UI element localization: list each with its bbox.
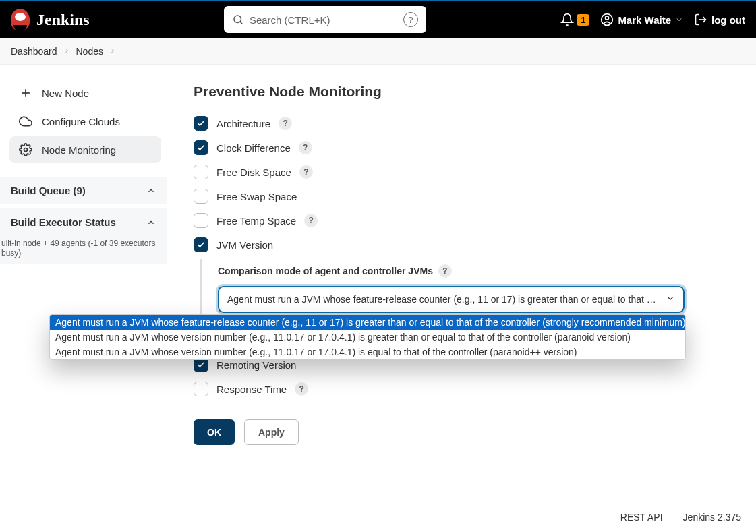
notifications[interactable]: 1 <box>560 13 589 26</box>
monitor-label: Free Disk Space <box>216 167 291 178</box>
user-icon <box>600 13 614 26</box>
help-icon[interactable]: ? <box>279 117 292 130</box>
monitor-free-temp: Free Temp Space ? <box>194 213 732 228</box>
svg-point-0 <box>234 16 241 23</box>
gear-icon <box>19 143 32 156</box>
logout-label: log out <box>711 14 745 26</box>
app-header: Jenkins ? 1 Mark Waite log out <box>0 0 756 38</box>
jvm-option-1[interactable]: Agent must run a JVM whose version numbe… <box>50 330 685 345</box>
sidebar: New Node Configure Clouds Node Monitorin… <box>0 65 172 445</box>
brand[interactable]: Jenkins <box>11 9 90 30</box>
search-area: ? <box>98 6 552 33</box>
jvm-select-wrap: Agent must run a JVM whose feature-relea… <box>218 286 732 313</box>
monitor-list: Architecture ? Clock Difference ? Free D… <box>194 116 732 396</box>
page-title: Preventive Node Monitoring <box>194 84 732 100</box>
sidebar-item-label: New Node <box>42 88 89 99</box>
monitor-architecture: Architecture ? <box>194 116 732 131</box>
svg-point-7 <box>24 148 28 152</box>
sidebar-item-node-monitoring[interactable]: Node Monitoring <box>9 136 161 163</box>
monitor-label: JVM Version <box>216 239 273 251</box>
checkbox-free-disk[interactable] <box>194 165 208 179</box>
user-name: Mark Waite <box>618 14 671 26</box>
checkbox-free-swap[interactable] <box>194 189 208 204</box>
bell-icon <box>560 13 574 26</box>
svg-point-3 <box>606 16 609 20</box>
jvm-sublabel-row: Comparison mode of agent and controller … <box>218 264 732 278</box>
ok-button[interactable]: OK <box>194 419 235 445</box>
chevron-up-icon <box>146 186 156 196</box>
search-input[interactable] <box>250 14 398 26</box>
checkbox-free-temp[interactable] <box>194 213 208 228</box>
chevron-up-icon <box>146 218 156 227</box>
user-menu[interactable]: Mark Waite <box>600 13 683 26</box>
breadcrumb: Dashboard Nodes <box>0 38 756 65</box>
header-right: 1 Mark Waite log out <box>560 13 745 26</box>
build-queue-toggle[interactable]: Build Queue (9) <box>0 177 167 204</box>
svg-line-1 <box>240 22 242 24</box>
jenkins-logo-icon <box>11 9 30 30</box>
cloud-icon <box>19 115 32 128</box>
jvm-dropdown: Agent must run a JVM whose feature-relea… <box>49 314 686 360</box>
main-content: Preventive Node Monitoring Architecture … <box>172 65 756 445</box>
layout: New Node Configure Clouds Node Monitorin… <box>0 65 756 445</box>
logout-icon <box>694 13 707 26</box>
monitor-label: Clock Difference <box>216 142 291 154</box>
brand-name: Jenkins <box>36 11 90 29</box>
jvm-options-block: Comparison mode of agent and controller … <box>200 259 732 318</box>
crumb-dashboard[interactable]: Dashboard <box>11 46 57 57</box>
sidebar-item-label: Configure Clouds <box>42 116 120 127</box>
checkbox-architecture[interactable] <box>194 116 208 131</box>
jvm-select-value: Agent must run a JVM whose feature-relea… <box>227 294 685 305</box>
chevron-right-icon <box>109 46 117 57</box>
executor-status-label: Build Executor Status <box>11 216 116 228</box>
crumb-nodes[interactable]: Nodes <box>76 46 103 57</box>
help-icon[interactable]: ? <box>299 141 312 154</box>
notification-badge: 1 <box>577 14 589 26</box>
chevron-right-icon <box>63 46 71 57</box>
jvm-option-0[interactable]: Agent must run a JVM whose feature-relea… <box>50 315 685 330</box>
apply-button[interactable]: Apply <box>244 419 299 445</box>
sidebar-item-new-node[interactable]: New Node <box>9 80 161 107</box>
monitor-label: Remoting Version <box>216 359 296 371</box>
executor-status-panel: Build Executor Status uilt-in node + 49 … <box>0 208 167 264</box>
sidebar-item-configure-clouds[interactable]: Configure Clouds <box>9 108 161 135</box>
monitor-free-swap: Free Swap Space <box>194 189 732 204</box>
monitor-response: Response Time ? <box>194 382 732 396</box>
search-box[interactable]: ? <box>224 6 426 33</box>
monitor-label: Response Time <box>216 384 287 395</box>
chevron-down-icon <box>675 16 683 24</box>
jvm-sublabel: Comparison mode of agent and controller … <box>218 266 433 276</box>
help-icon[interactable]: ? <box>403 12 418 27</box>
form-buttons: OK Apply <box>194 419 732 445</box>
checkbox-response[interactable] <box>194 382 208 396</box>
sidebar-item-label: Node Monitoring <box>42 144 116 156</box>
search-icon <box>232 13 244 26</box>
plus-icon <box>19 86 32 100</box>
monitor-jvm-version: JVM Version <box>194 237 732 252</box>
build-queue-panel: Build Queue (9) <box>0 177 167 204</box>
jvm-option-2[interactable]: Agent must run a JVM whose version numbe… <box>50 345 685 359</box>
monitor-label: Free Swap Space <box>216 191 297 202</box>
checkbox-jvm-version[interactable] <box>194 237 208 252</box>
monitor-clock-diff: Clock Difference ? <box>194 140 732 155</box>
logout-button[interactable]: log out <box>694 13 745 26</box>
checkbox-clock-diff[interactable] <box>194 140 208 155</box>
monitor-label: Free Temp Space <box>216 215 296 227</box>
build-queue-label: Build Queue (9) <box>11 185 86 196</box>
executor-status-toggle[interactable]: Build Executor Status <box>0 208 167 236</box>
help-icon[interactable]: ? <box>438 264 452 278</box>
jvm-select[interactable]: Agent must run a JVM whose feature-relea… <box>218 286 685 313</box>
help-icon[interactable]: ? <box>299 165 313 179</box>
monitor-free-disk: Free Disk Space ? <box>194 165 732 179</box>
executor-status-sub: uilt-in node + 49 agents (-1 of 39 execu… <box>0 236 167 264</box>
help-icon[interactable]: ? <box>304 214 318 227</box>
help-icon[interactable]: ? <box>295 382 308 396</box>
monitor-label: Architecture <box>216 118 270 129</box>
